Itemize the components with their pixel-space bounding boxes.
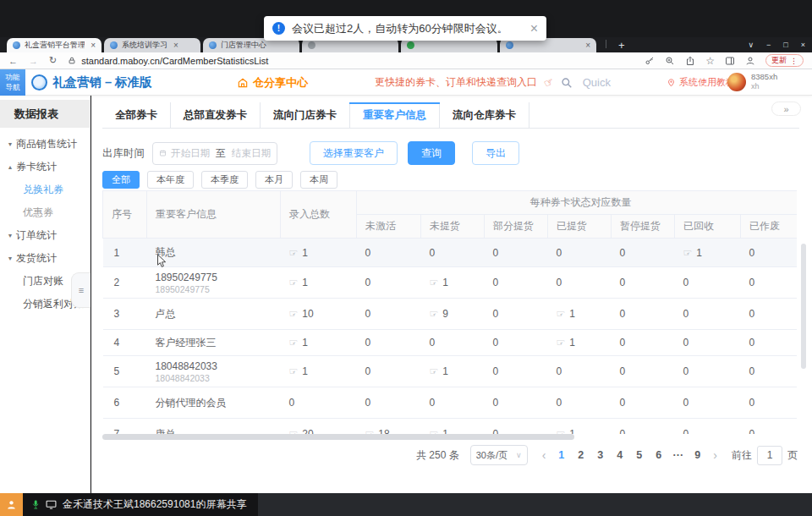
count-value: 0: [493, 428, 499, 434]
count-link-cell[interactable]: ☞1: [548, 419, 612, 435]
customer-cell[interactable]: 1895024977518950249775: [147, 267, 281, 299]
query-button[interactable]: 查询: [408, 141, 455, 165]
page-size-select[interactable]: 30条/页 ∨: [470, 445, 528, 465]
profile-icon[interactable]: [745, 56, 755, 66]
side-panel-icon[interactable]: [725, 56, 735, 66]
quick-filter-year[interactable]: 本年度: [147, 171, 194, 189]
user-avatar[interactable]: [727, 73, 746, 91]
customer-cell[interactable]: 1804884203318048842033: [147, 356, 281, 387]
goto-page-input[interactable]: [757, 446, 782, 465]
count-link-cell[interactable]: ☞1: [421, 419, 485, 435]
customer-cell[interactable]: 韩总: [147, 239, 281, 267]
page-number-9[interactable]: 9: [689, 449, 705, 461]
window-minimize-button[interactable]: −: [766, 41, 771, 49]
vertical-scrollbar-thumb[interactable]: [801, 244, 806, 369]
tab-warehouse-flow-cards[interactable]: 流向仓库券卡: [440, 102, 529, 128]
count-link-cell[interactable]: ☞1: [281, 356, 357, 387]
count-cell: 0: [741, 387, 798, 419]
count-link-cell[interactable]: ☞1: [548, 330, 612, 356]
count-cell: 0: [485, 299, 548, 330]
count-link-cell[interactable]: ☞1: [281, 330, 357, 356]
count-link-cell[interactable]: ☞1: [421, 356, 485, 387]
window-menu-icon[interactable]: ∨: [748, 41, 754, 49]
window-maximize-button[interactable]: □: [783, 41, 787, 49]
key-icon[interactable]: [645, 56, 655, 66]
browser-update-button[interactable]: 更新 ⋮: [765, 54, 804, 67]
count-link-cell[interactable]: ☞1: [281, 267, 357, 299]
page-number-4[interactable]: 4: [612, 449, 628, 461]
horizontal-scrollbar-thumb[interactable]: [102, 434, 574, 440]
quick-entry-link[interactable]: 更快捷的券卡、订单和快递查询入口: [375, 75, 537, 90]
sidebar-item-card-stats[interactable]: ▲ 券卡统计: [0, 156, 90, 178]
count-link-cell[interactable]: ☞1: [548, 299, 612, 330]
quick-filter-week[interactable]: 本周: [300, 171, 337, 189]
page-number-5[interactable]: 5: [631, 449, 647, 461]
browser-tab[interactable]: 系统培训学习 ×: [104, 38, 200, 52]
sidebar-item-discount-coupon[interactable]: 优惠券: [0, 201, 90, 224]
quick-filter-quarter[interactable]: 本季度: [201, 171, 248, 189]
sidebar-item-product-sales[interactable]: ▼ 商品销售统计: [0, 133, 90, 156]
customer-cell[interactable]: 卢总: [147, 299, 281, 330]
url-text[interactable]: standard.maboy.cn/CardMemberStatisticsLi…: [81, 56, 268, 66]
page-number-3[interactable]: 3: [592, 449, 608, 461]
zoom-icon[interactable]: [665, 56, 675, 66]
toast-close-icon[interactable]: ×: [530, 22, 538, 36]
tab-close-icon[interactable]: ×: [173, 41, 178, 50]
more-vert-icon[interactable]: ⋮: [790, 57, 798, 65]
page-number-2[interactable]: 2: [573, 449, 589, 461]
back-icon[interactable]: ←: [8, 56, 18, 66]
new-tab-button[interactable]: +: [618, 38, 625, 52]
sidebar-item-order-stats[interactable]: ▼ 订单统计: [0, 224, 90, 247]
browser-tab-active[interactable]: 礼盒营销平台管理中心 ×: [7, 38, 102, 52]
share-center-link[interactable]: 仓分享中心: [237, 69, 308, 96]
count-value: 0: [749, 428, 755, 434]
customer-cell[interactable]: 分销代理的会员: [147, 387, 281, 419]
count-link-cell[interactable]: ☞1: [281, 239, 357, 267]
tab-close-icon[interactable]: ×: [585, 41, 590, 50]
count-link-cell[interactable]: ☞10: [281, 299, 357, 330]
tutorial-link[interactable]: 系统使用教程: [667, 69, 735, 96]
sidebar-item-shipping-stats[interactable]: ▼ 发货统计: [0, 247, 90, 270]
sidebar-collapse-handle[interactable]: ≡: [71, 272, 91, 308]
count-link-cell[interactable]: ☞1: [675, 239, 741, 267]
table-row: 3卢总☞100☞90☞1000: [103, 299, 798, 330]
export-button[interactable]: 导出: [472, 141, 519, 165]
horizontal-scrollbar[interactable]: [102, 434, 797, 440]
panel-collapse-button[interactable]: »: [771, 102, 801, 116]
count-value: 0: [430, 397, 436, 409]
page-ellipsis[interactable]: ···: [670, 449, 686, 461]
forward-icon[interactable]: →: [29, 56, 38, 66]
quick-search-label[interactable]: Quick: [583, 76, 611, 89]
search-icon[interactable]: [561, 77, 573, 89]
share-icon[interactable]: [685, 56, 695, 66]
next-page-button[interactable]: ›: [713, 448, 717, 462]
quick-filter-month[interactable]: 本月: [255, 171, 293, 189]
participant-icon[interactable]: [0, 493, 23, 516]
tab-store-flow-cards[interactable]: 流向门店券卡: [261, 102, 350, 128]
prev-page-button[interactable]: ‹: [542, 448, 546, 462]
screen-share-indicator[interactable]: 金禾通技术王斌18662591081的屏幕共享: [23, 493, 258, 516]
page-number-1[interactable]: 1: [553, 449, 569, 461]
count-link-cell[interactable]: ☞20: [281, 419, 357, 435]
count-link-cell[interactable]: ☞18: [357, 419, 421, 435]
tab-close-icon[interactable]: ×: [91, 41, 96, 50]
count-cell: 0: [741, 330, 798, 356]
reload-icon[interactable]: ↻: [49, 55, 57, 66]
quick-filter-all[interactable]: 全部: [102, 171, 140, 189]
date-range-input[interactable]: 开始日期 至 结束日期: [152, 142, 277, 165]
bookmark-star-icon[interactable]: ☆: [705, 56, 715, 66]
vertical-scrollbar[interactable]: [801, 241, 806, 434]
page-number-6[interactable]: 6: [650, 449, 667, 461]
customer-cell[interactable]: 客户经理张三: [147, 330, 281, 356]
tab-important-customers[interactable]: 重要客户信息: [350, 102, 440, 128]
count-link-cell[interactable]: ☞1: [421, 267, 485, 299]
count-value: 0: [749, 247, 755, 259]
sidebar-item-exchange-coupon[interactable]: 兑换礼券: [0, 178, 90, 201]
count-link-cell[interactable]: ☞9: [421, 299, 485, 330]
window-close-button[interactable]: ×: [801, 41, 805, 49]
function-nav-toggle[interactable]: 功能 导航: [0, 69, 25, 96]
tab-hq-direct-cards[interactable]: 总部直发券卡: [171, 102, 261, 128]
tab-all-cards[interactable]: 全部券卡: [102, 102, 171, 128]
select-important-customer-button[interactable]: 选择重要客户: [310, 141, 398, 165]
customer-cell[interactable]: 唐总: [147, 419, 281, 435]
